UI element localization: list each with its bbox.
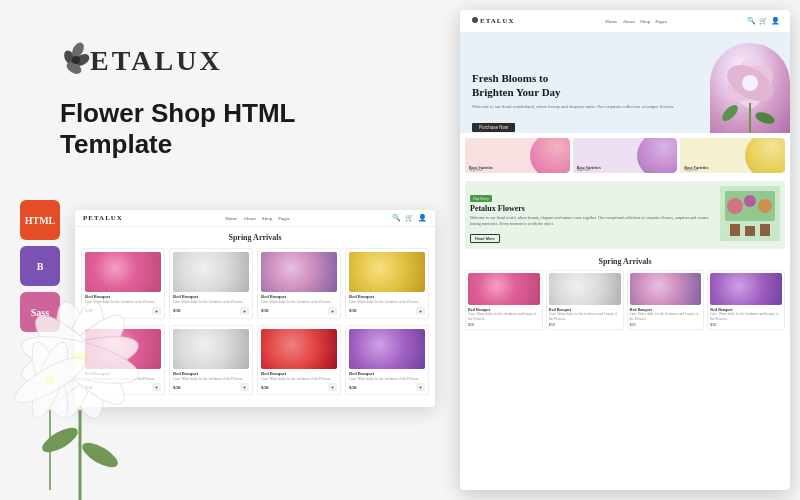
list-item: Red BouquetCare: Water daily for the fre… bbox=[707, 270, 785, 330]
product-price: $50 bbox=[710, 322, 782, 327]
add-to-cart-button[interactable]: + bbox=[416, 307, 425, 315]
tagline: Flower Shop HTML Template bbox=[0, 90, 470, 180]
rp-cat-btn-2[interactable]: Shop Now! bbox=[684, 168, 698, 172]
product-price: $50 bbox=[549, 322, 621, 327]
rp-hero-flower bbox=[710, 43, 790, 133]
product-flower-image bbox=[261, 329, 337, 369]
cat-img-yellow bbox=[745, 138, 785, 173]
rp-read-more-button[interactable]: Read More bbox=[470, 234, 500, 243]
product-flower-image bbox=[710, 273, 782, 305]
list-item: Red BouquetCare: Water daily for the fre… bbox=[465, 270, 543, 330]
svg-point-21 bbox=[472, 17, 478, 23]
rp-about-img bbox=[720, 186, 780, 241]
preview-section-title: Spring Arrivals bbox=[81, 233, 429, 242]
product-price: $50 bbox=[261, 385, 269, 390]
cat-img-pink bbox=[530, 138, 570, 173]
rp-spring-title: Spring Arrivals bbox=[465, 257, 785, 266]
product-price: $50 bbox=[630, 322, 702, 327]
preview-nav-icons: 🔍 🛒 👤 bbox=[392, 214, 427, 222]
product-price: $50 bbox=[349, 308, 357, 313]
product-description: Care: Water daily for the freshness and … bbox=[710, 312, 782, 321]
svg-point-15 bbox=[79, 438, 122, 472]
html-badge: HTML bbox=[20, 200, 60, 240]
rp-nav-links: Home About Shop Pages bbox=[605, 19, 667, 24]
list-item: Red BouquetCare: Water daily for the fre… bbox=[546, 270, 624, 330]
rp-cart-icon: 🛒 bbox=[759, 17, 768, 25]
product-description: Care: Water daily for the freshness of t… bbox=[261, 300, 337, 305]
rp-cat-card-yellow: Rose Varieties Shop Now! bbox=[680, 138, 785, 173]
preview-nav: PETALUX Home About Shop Pages 🔍 🛒 👤 bbox=[75, 210, 435, 227]
product-flower-image bbox=[173, 329, 249, 369]
product-description: Care: Water daily for the freshness of t… bbox=[173, 377, 249, 382]
product-flower-image bbox=[173, 252, 249, 292]
rp-hero: Fresh Blooms to Brighten Your Day Welcom… bbox=[460, 33, 790, 133]
add-to-cart-button[interactable]: + bbox=[240, 383, 249, 391]
cat-img-lavender bbox=[637, 138, 677, 173]
rp-spring-arrivals: Spring Arrivals Red BouquetCare: Water d… bbox=[460, 252, 790, 335]
rp-nav-logo: ETALUX bbox=[470, 15, 525, 27]
preview-nav-links: Home About Shop Pages bbox=[225, 216, 290, 221]
product-flower-image bbox=[349, 329, 425, 369]
rp-purchase-now-button[interactable]: Purchase Now bbox=[472, 123, 515, 132]
white-lily-decoration bbox=[0, 280, 180, 500]
product-flower-image bbox=[549, 273, 621, 305]
cart-icon: 🛒 bbox=[405, 214, 414, 222]
product-description: Care: Water daily for the freshness of t… bbox=[349, 300, 425, 305]
rp-nav-icons: 🔍 🛒 👤 bbox=[747, 17, 780, 25]
list-item: Red BouquetCare: Water daily for the fre… bbox=[169, 248, 253, 319]
product-name: Red Bouquet bbox=[261, 371, 337, 376]
rp-cat-card-rose: Rose Varieties Shop Now! bbox=[465, 138, 570, 173]
brand-header: ETALUX bbox=[0, 0, 470, 90]
rp-search-icon: 🔍 bbox=[747, 17, 756, 25]
svg-point-4 bbox=[72, 56, 80, 64]
product-description: Care: Water daily for the freshness and … bbox=[468, 312, 540, 321]
rp-user-icon: 👤 bbox=[771, 17, 780, 25]
product-description: Care: Water daily for the freshness and … bbox=[630, 312, 702, 321]
add-to-cart-button[interactable]: + bbox=[328, 383, 337, 391]
add-to-cart-button[interactable]: + bbox=[416, 383, 425, 391]
svg-text:ETALUX: ETALUX bbox=[480, 17, 515, 25]
product-description: Care: Water daily for the freshness of t… bbox=[173, 300, 249, 305]
svg-point-28 bbox=[719, 102, 740, 123]
product-description: Care: Water daily for the freshness and … bbox=[549, 312, 621, 321]
rp-product-grid: Red BouquetCare: Water daily for the fre… bbox=[465, 270, 785, 330]
list-item: Red BouquetCare: Water daily for the fre… bbox=[257, 325, 341, 396]
user-icon: 👤 bbox=[418, 214, 427, 222]
product-name: Red Bouquet bbox=[173, 371, 249, 376]
list-item: Red BouquetCare: Water daily for the fre… bbox=[345, 248, 429, 319]
svg-point-34 bbox=[744, 195, 756, 207]
svg-point-35 bbox=[758, 199, 772, 213]
list-item: Red BouquetCare: Water daily for the fre… bbox=[345, 325, 429, 396]
product-flower-image bbox=[468, 273, 540, 305]
rp-about: Our Story Petalux Flowers Welcome to our… bbox=[465, 181, 785, 249]
list-item: Red BouquetCare: Water daily for the fre… bbox=[169, 325, 253, 396]
product-price: $50 bbox=[349, 385, 357, 390]
product-flower-image bbox=[261, 252, 337, 292]
rp-categories: Rose Varieties Shop Now! Rose Varieties … bbox=[460, 133, 790, 178]
svg-point-19 bbox=[45, 375, 55, 385]
add-to-cart-button[interactable]: + bbox=[240, 307, 249, 315]
rp-cat-btn-0[interactable]: Shop Now! bbox=[469, 168, 483, 172]
svg-point-14 bbox=[39, 423, 82, 457]
svg-rect-38 bbox=[760, 224, 770, 236]
rp-about-badge: Our Story bbox=[470, 195, 492, 202]
product-price: $50 bbox=[468, 322, 540, 327]
svg-text:ETALUX: ETALUX bbox=[90, 45, 223, 76]
product-name: Red Bouquet bbox=[261, 294, 337, 299]
product-name: Red Bouquet bbox=[349, 294, 425, 299]
list-item: Red BouquetCare: Water daily for the fre… bbox=[257, 248, 341, 319]
rp-cat-btn-1[interactable]: Shop Now! bbox=[577, 168, 591, 172]
rp-cat-card-lavender: Rose Varieties Shop Now! bbox=[573, 138, 678, 173]
product-name: Red Bouquet bbox=[173, 294, 249, 299]
search-icon: 🔍 bbox=[392, 214, 401, 222]
svg-point-33 bbox=[727, 198, 743, 214]
add-to-cart-button[interactable]: + bbox=[328, 307, 337, 315]
svg-point-27 bbox=[742, 75, 758, 91]
left-panel: ETALUX Flower Shop HTML Template HTML B … bbox=[0, 0, 470, 500]
product-description: Care: Water daily for the freshness of t… bbox=[349, 377, 425, 382]
product-price: $50 bbox=[261, 308, 269, 313]
rp-about-desc: Welcome to our floral world, where beaut… bbox=[470, 215, 715, 226]
preview-nav-logo: PETALUX bbox=[83, 214, 123, 222]
product-name: Red Bouquet bbox=[349, 371, 425, 376]
svg-rect-36 bbox=[730, 224, 740, 236]
